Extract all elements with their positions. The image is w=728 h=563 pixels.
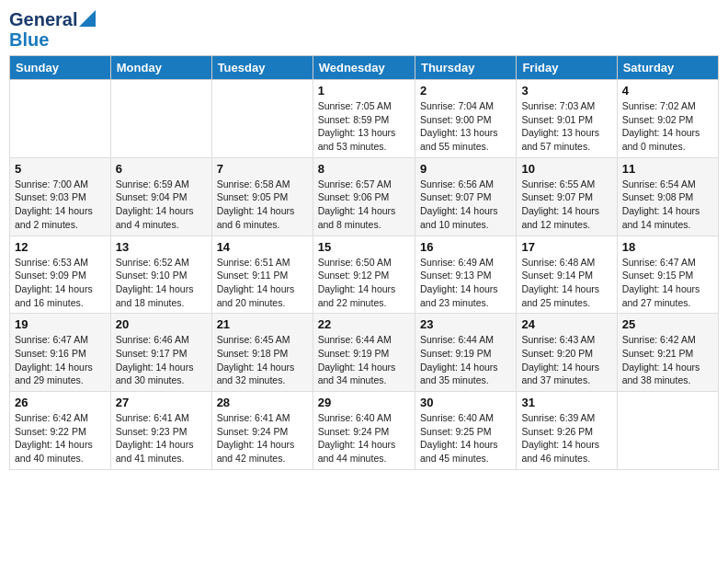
calendar-cell: 13Sunrise: 6:52 AM Sunset: 9:10 PM Dayli… [110,236,211,314]
calendar-cell: 6Sunrise: 6:59 AM Sunset: 9:04 PM Daylig… [110,157,211,236]
day-info: Sunrise: 7:03 AM Sunset: 9:01 PM Dayligh… [521,99,611,154]
day-number: 6 [116,162,207,176]
day-info: Sunrise: 7:04 AM Sunset: 9:00 PM Dayligh… [420,99,511,154]
day-number: 11 [622,162,713,176]
calendar-header-row: SundayMondayTuesdayWednesdayThursdayFrid… [10,56,719,80]
calendar-week-row: 5Sunrise: 7:00 AM Sunset: 9:03 PM Daylig… [10,157,719,236]
calendar-cell: 20Sunrise: 6:46 AM Sunset: 9:17 PM Dayli… [110,314,211,392]
day-number: 24 [521,317,611,331]
logo-general: General [9,9,77,29]
day-info: Sunrise: 6:44 AM Sunset: 9:19 PM Dayligh… [318,333,410,387]
day-number: 29 [318,396,410,409]
day-number: 16 [420,240,511,254]
day-number: 2 [420,84,511,98]
calendar-cell: 31Sunrise: 6:39 AM Sunset: 9:26 PM Dayli… [517,392,617,470]
calendar-week-row: 1Sunrise: 7:05 AM Sunset: 8:59 PM Daylig… [10,80,719,158]
calendar-cell [10,80,111,158]
day-number: 5 [15,162,106,176]
calendar-cell: 8Sunrise: 6:57 AM Sunset: 9:06 PM Daylig… [313,157,415,236]
calendar-cell: 25Sunrise: 6:42 AM Sunset: 9:21 PM Dayli… [617,314,718,392]
calendar-cell [617,392,718,470]
day-number: 25 [622,317,713,331]
day-info: Sunrise: 6:42 AM Sunset: 9:21 PM Dayligh… [622,333,713,387]
day-info: Sunrise: 6:50 AM Sunset: 9:12 PM Dayligh… [318,256,410,310]
day-info: Sunrise: 6:39 AM Sunset: 9:26 PM Dayligh… [521,411,611,465]
day-info: Sunrise: 6:41 AM Sunset: 9:24 PM Dayligh… [217,411,308,465]
calendar-cell: 22Sunrise: 6:44 AM Sunset: 9:19 PM Dayli… [313,314,415,392]
calendar-cell: 24Sunrise: 6:43 AM Sunset: 9:20 PM Dayli… [517,314,617,392]
day-number: 15 [318,240,410,254]
day-info: Sunrise: 6:58 AM Sunset: 9:05 PM Dayligh… [217,178,308,232]
calendar-cell: 2Sunrise: 7:04 AM Sunset: 9:00 PM Daylig… [415,80,516,158]
day-info: Sunrise: 6:44 AM Sunset: 9:19 PM Dayligh… [420,333,511,387]
calendar-cell: 1Sunrise: 7:05 AM Sunset: 8:59 PM Daylig… [313,80,415,158]
day-number: 9 [420,162,511,176]
svg-marker-0 [79,10,96,27]
calendar-cell [211,80,313,158]
day-number: 8 [318,162,410,176]
column-header-friday: Friday [517,56,617,80]
day-info: Sunrise: 6:49 AM Sunset: 9:13 PM Dayligh… [420,256,511,310]
calendar-week-row: 19Sunrise: 6:47 AM Sunset: 9:16 PM Dayli… [10,314,719,392]
calendar-cell: 19Sunrise: 6:47 AM Sunset: 9:16 PM Dayli… [10,314,111,392]
day-number: 4 [622,84,713,98]
day-number: 7 [217,162,308,176]
day-info: Sunrise: 6:55 AM Sunset: 9:07 PM Dayligh… [521,178,611,232]
calendar-cell: 26Sunrise: 6:42 AM Sunset: 9:22 PM Dayli… [10,392,111,470]
calendar-cell: 5Sunrise: 7:00 AM Sunset: 9:03 PM Daylig… [10,157,111,236]
day-number: 12 [15,240,106,254]
column-header-monday: Monday [110,56,211,80]
day-number: 21 [217,317,308,331]
calendar-cell [110,80,211,158]
calendar-cell: 18Sunrise: 6:47 AM Sunset: 9:15 PM Dayli… [617,236,718,314]
day-info: Sunrise: 6:47 AM Sunset: 9:16 PM Dayligh… [15,333,106,387]
calendar-cell: 14Sunrise: 6:51 AM Sunset: 9:11 PM Dayli… [211,236,313,314]
calendar-cell: 16Sunrise: 6:49 AM Sunset: 9:13 PM Dayli… [415,236,516,314]
day-number: 30 [420,396,511,409]
day-info: Sunrise: 6:43 AM Sunset: 9:20 PM Dayligh… [521,333,611,387]
calendar-week-row: 26Sunrise: 6:42 AM Sunset: 9:22 PM Dayli… [10,392,719,470]
day-number: 13 [116,240,207,254]
calendar-cell: 21Sunrise: 6:45 AM Sunset: 9:18 PM Dayli… [211,314,313,392]
day-info: Sunrise: 6:46 AM Sunset: 9:17 PM Dayligh… [116,333,207,387]
day-info: Sunrise: 7:00 AM Sunset: 9:03 PM Dayligh… [15,178,106,232]
logo-blue: Blue [9,29,49,50]
day-number: 31 [521,396,611,409]
day-info: Sunrise: 6:40 AM Sunset: 9:24 PM Dayligh… [318,411,410,465]
day-number: 14 [217,240,308,254]
calendar-cell: 17Sunrise: 6:48 AM Sunset: 9:14 PM Dayli… [517,236,617,314]
day-number: 1 [318,84,410,98]
day-info: Sunrise: 7:05 AM Sunset: 8:59 PM Dayligh… [318,99,410,154]
day-number: 10 [521,162,611,176]
day-info: Sunrise: 6:51 AM Sunset: 9:11 PM Dayligh… [217,256,308,310]
day-info: Sunrise: 6:57 AM Sunset: 9:06 PM Dayligh… [318,178,410,232]
day-number: 20 [116,317,207,331]
day-info: Sunrise: 6:47 AM Sunset: 9:15 PM Dayligh… [622,256,713,310]
day-number: 22 [318,317,410,331]
day-number: 26 [15,396,106,409]
page-header: General Blue [9,9,719,50]
day-info: Sunrise: 6:56 AM Sunset: 9:07 PM Dayligh… [420,178,511,232]
calendar-cell: 10Sunrise: 6:55 AM Sunset: 9:07 PM Dayli… [517,157,617,236]
calendar-cell: 30Sunrise: 6:40 AM Sunset: 9:25 PM Dayli… [415,392,516,470]
calendar-cell: 23Sunrise: 6:44 AM Sunset: 9:19 PM Dayli… [415,314,516,392]
day-info: Sunrise: 6:42 AM Sunset: 9:22 PM Dayligh… [15,411,106,465]
day-info: Sunrise: 6:53 AM Sunset: 9:09 PM Dayligh… [15,256,106,310]
calendar-week-row: 12Sunrise: 6:53 AM Sunset: 9:09 PM Dayli… [10,236,719,314]
calendar-cell: 12Sunrise: 6:53 AM Sunset: 9:09 PM Dayli… [10,236,111,314]
day-info: Sunrise: 6:48 AM Sunset: 9:14 PM Dayligh… [521,256,611,310]
calendar-cell: 11Sunrise: 6:54 AM Sunset: 9:08 PM Dayli… [617,157,718,236]
calendar-cell: 9Sunrise: 6:56 AM Sunset: 9:07 PM Daylig… [415,157,516,236]
day-number: 28 [217,396,308,409]
day-number: 3 [521,84,611,98]
day-info: Sunrise: 6:41 AM Sunset: 9:23 PM Dayligh… [116,411,207,465]
day-info: Sunrise: 6:45 AM Sunset: 9:18 PM Dayligh… [217,333,308,387]
day-info: Sunrise: 6:40 AM Sunset: 9:25 PM Dayligh… [420,411,511,465]
column-header-wednesday: Wednesday [313,56,415,80]
calendar-table: SundayMondayTuesdayWednesdayThursdayFrid… [9,55,719,470]
day-number: 18 [622,240,713,254]
day-info: Sunrise: 6:54 AM Sunset: 9:08 PM Dayligh… [622,178,713,232]
column-header-saturday: Saturday [617,56,718,80]
calendar-cell: 3Sunrise: 7:03 AM Sunset: 9:01 PM Daylig… [517,80,617,158]
logo-icon [79,8,96,27]
